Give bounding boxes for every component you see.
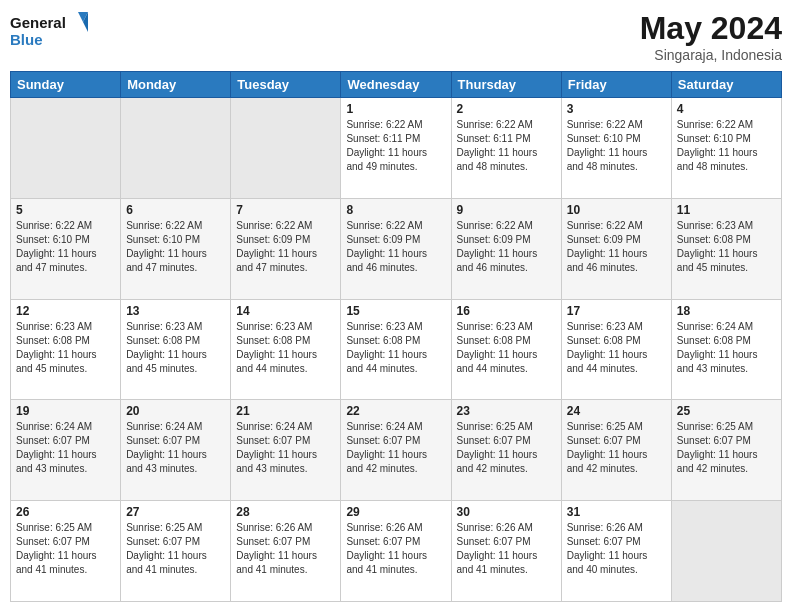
day-number: 15 [346, 304, 445, 318]
subtitle: Singaraja, Indonesia [640, 47, 782, 63]
col-saturday: Saturday [671, 72, 781, 98]
day-info: Sunrise: 6:22 AM Sunset: 6:09 PM Dayligh… [346, 219, 445, 275]
calendar-cell: 16Sunrise: 6:23 AM Sunset: 6:08 PM Dayli… [451, 299, 561, 400]
day-info: Sunrise: 6:22 AM Sunset: 6:09 PM Dayligh… [236, 219, 335, 275]
calendar-cell: 19Sunrise: 6:24 AM Sunset: 6:07 PM Dayli… [11, 400, 121, 501]
day-number: 7 [236, 203, 335, 217]
day-number: 29 [346, 505, 445, 519]
week-row-0: 1Sunrise: 6:22 AM Sunset: 6:11 PM Daylig… [11, 98, 782, 199]
day-info: Sunrise: 6:23 AM Sunset: 6:08 PM Dayligh… [567, 320, 666, 376]
col-wednesday: Wednesday [341, 72, 451, 98]
calendar-cell: 1Sunrise: 6:22 AM Sunset: 6:11 PM Daylig… [341, 98, 451, 199]
col-sunday: Sunday [11, 72, 121, 98]
day-info: Sunrise: 6:23 AM Sunset: 6:08 PM Dayligh… [236, 320, 335, 376]
calendar-cell: 11Sunrise: 6:23 AM Sunset: 6:08 PM Dayli… [671, 198, 781, 299]
calendar-cell: 13Sunrise: 6:23 AM Sunset: 6:08 PM Dayli… [121, 299, 231, 400]
day-number: 13 [126, 304, 225, 318]
day-number: 14 [236, 304, 335, 318]
calendar-cell: 9Sunrise: 6:22 AM Sunset: 6:09 PM Daylig… [451, 198, 561, 299]
day-number: 26 [16, 505, 115, 519]
day-info: Sunrise: 6:23 AM Sunset: 6:08 PM Dayligh… [126, 320, 225, 376]
calendar-cell: 3Sunrise: 6:22 AM Sunset: 6:10 PM Daylig… [561, 98, 671, 199]
day-info: Sunrise: 6:25 AM Sunset: 6:07 PM Dayligh… [16, 521, 115, 577]
day-info: Sunrise: 6:22 AM Sunset: 6:11 PM Dayligh… [457, 118, 556, 174]
day-number: 17 [567, 304, 666, 318]
day-info: Sunrise: 6:22 AM Sunset: 6:09 PM Dayligh… [567, 219, 666, 275]
day-number: 23 [457, 404, 556, 418]
calendar-cell [671, 501, 781, 602]
day-number: 18 [677, 304, 776, 318]
day-number: 11 [677, 203, 776, 217]
col-tuesday: Tuesday [231, 72, 341, 98]
calendar-cell: 18Sunrise: 6:24 AM Sunset: 6:08 PM Dayli… [671, 299, 781, 400]
calendar-cell: 29Sunrise: 6:26 AM Sunset: 6:07 PM Dayli… [341, 501, 451, 602]
svg-text:General: General [10, 14, 66, 31]
calendar-cell: 8Sunrise: 6:22 AM Sunset: 6:09 PM Daylig… [341, 198, 451, 299]
calendar-cell: 7Sunrise: 6:22 AM Sunset: 6:09 PM Daylig… [231, 198, 341, 299]
svg-text:Blue: Blue [10, 31, 43, 48]
day-info: Sunrise: 6:23 AM Sunset: 6:08 PM Dayligh… [677, 219, 776, 275]
day-info: Sunrise: 6:25 AM Sunset: 6:07 PM Dayligh… [126, 521, 225, 577]
calendar-cell: 20Sunrise: 6:24 AM Sunset: 6:07 PM Dayli… [121, 400, 231, 501]
day-info: Sunrise: 6:22 AM Sunset: 6:10 PM Dayligh… [677, 118, 776, 174]
day-info: Sunrise: 6:24 AM Sunset: 6:08 PM Dayligh… [677, 320, 776, 376]
day-info: Sunrise: 6:26 AM Sunset: 6:07 PM Dayligh… [236, 521, 335, 577]
day-number: 27 [126, 505, 225, 519]
col-friday: Friday [561, 72, 671, 98]
day-number: 6 [126, 203, 225, 217]
day-number: 22 [346, 404, 445, 418]
day-number: 1 [346, 102, 445, 116]
day-info: Sunrise: 6:25 AM Sunset: 6:07 PM Dayligh… [567, 420, 666, 476]
calendar-cell: 21Sunrise: 6:24 AM Sunset: 6:07 PM Dayli… [231, 400, 341, 501]
day-number: 12 [16, 304, 115, 318]
day-number: 4 [677, 102, 776, 116]
day-info: Sunrise: 6:22 AM Sunset: 6:10 PM Dayligh… [126, 219, 225, 275]
calendar-cell [231, 98, 341, 199]
day-info: Sunrise: 6:26 AM Sunset: 6:07 PM Dayligh… [346, 521, 445, 577]
calendar-cell: 12Sunrise: 6:23 AM Sunset: 6:08 PM Dayli… [11, 299, 121, 400]
calendar-cell: 6Sunrise: 6:22 AM Sunset: 6:10 PM Daylig… [121, 198, 231, 299]
day-number: 8 [346, 203, 445, 217]
day-info: Sunrise: 6:26 AM Sunset: 6:07 PM Dayligh… [567, 521, 666, 577]
header: General Blue May 2024 Singaraja, Indones… [10, 10, 782, 63]
day-number: 21 [236, 404, 335, 418]
logo: General Blue [10, 10, 90, 52]
day-info: Sunrise: 6:22 AM Sunset: 6:10 PM Dayligh… [567, 118, 666, 174]
calendar-cell: 25Sunrise: 6:25 AM Sunset: 6:07 PM Dayli… [671, 400, 781, 501]
day-number: 24 [567, 404, 666, 418]
day-info: Sunrise: 6:26 AM Sunset: 6:07 PM Dayligh… [457, 521, 556, 577]
day-info: Sunrise: 6:24 AM Sunset: 6:07 PM Dayligh… [126, 420, 225, 476]
week-row-3: 19Sunrise: 6:24 AM Sunset: 6:07 PM Dayli… [11, 400, 782, 501]
title-block: May 2024 Singaraja, Indonesia [640, 10, 782, 63]
logo-svg: General Blue [10, 10, 90, 52]
day-number: 20 [126, 404, 225, 418]
calendar-cell: 27Sunrise: 6:25 AM Sunset: 6:07 PM Dayli… [121, 501, 231, 602]
calendar-cell: 10Sunrise: 6:22 AM Sunset: 6:09 PM Dayli… [561, 198, 671, 299]
day-number: 16 [457, 304, 556, 318]
col-monday: Monday [121, 72, 231, 98]
day-number: 31 [567, 505, 666, 519]
day-info: Sunrise: 6:24 AM Sunset: 6:07 PM Dayligh… [16, 420, 115, 476]
month-title: May 2024 [640, 10, 782, 47]
day-number: 5 [16, 203, 115, 217]
day-info: Sunrise: 6:23 AM Sunset: 6:08 PM Dayligh… [346, 320, 445, 376]
week-row-4: 26Sunrise: 6:25 AM Sunset: 6:07 PM Dayli… [11, 501, 782, 602]
day-info: Sunrise: 6:22 AM Sunset: 6:11 PM Dayligh… [346, 118, 445, 174]
calendar-cell: 5Sunrise: 6:22 AM Sunset: 6:10 PM Daylig… [11, 198, 121, 299]
week-row-2: 12Sunrise: 6:23 AM Sunset: 6:08 PM Dayli… [11, 299, 782, 400]
header-row: Sunday Monday Tuesday Wednesday Thursday… [11, 72, 782, 98]
col-thursday: Thursday [451, 72, 561, 98]
calendar-cell: 22Sunrise: 6:24 AM Sunset: 6:07 PM Dayli… [341, 400, 451, 501]
day-number: 19 [16, 404, 115, 418]
calendar-cell: 28Sunrise: 6:26 AM Sunset: 6:07 PM Dayli… [231, 501, 341, 602]
calendar-cell: 4Sunrise: 6:22 AM Sunset: 6:10 PM Daylig… [671, 98, 781, 199]
day-info: Sunrise: 6:22 AM Sunset: 6:10 PM Dayligh… [16, 219, 115, 275]
calendar-cell: 23Sunrise: 6:25 AM Sunset: 6:07 PM Dayli… [451, 400, 561, 501]
day-number: 30 [457, 505, 556, 519]
week-row-1: 5Sunrise: 6:22 AM Sunset: 6:10 PM Daylig… [11, 198, 782, 299]
calendar-table: Sunday Monday Tuesday Wednesday Thursday… [10, 71, 782, 602]
calendar-cell: 14Sunrise: 6:23 AM Sunset: 6:08 PM Dayli… [231, 299, 341, 400]
day-number: 10 [567, 203, 666, 217]
calendar-cell: 30Sunrise: 6:26 AM Sunset: 6:07 PM Dayli… [451, 501, 561, 602]
calendar-cell: 17Sunrise: 6:23 AM Sunset: 6:08 PM Dayli… [561, 299, 671, 400]
